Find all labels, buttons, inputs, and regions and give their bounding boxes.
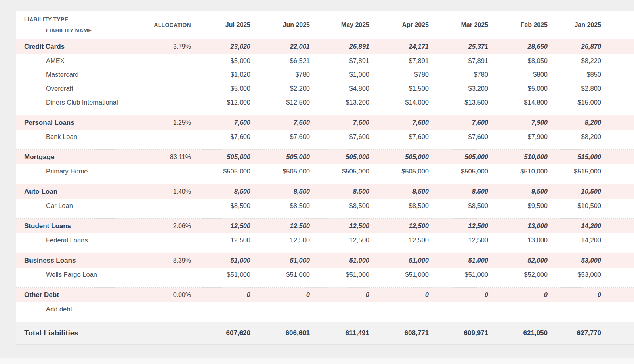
item-value-cell[interactable]: $8,050 — [490, 57, 549, 65]
month-header: Jan 2025 — [549, 21, 634, 29]
category-total-cell: 505,000 — [371, 153, 430, 161]
item-value-cell[interactable]: $8,220 — [549, 57, 634, 65]
item-value-cell[interactable]: $7,600 — [430, 133, 490, 141]
month-header: Mar 2025 — [430, 21, 490, 29]
category-name: Auto Loan — [24, 188, 57, 196]
category-row: Other Debt 0.00% 0000000 — [16, 288, 634, 302]
item-value-cell[interactable]: $800 — [490, 71, 549, 78]
item-value-cell[interactable]: $51,000 — [311, 271, 371, 278]
item-value-cell[interactable]: $9,500 — [490, 202, 549, 210]
item-value-cell[interactable]: $1,020 — [193, 71, 252, 78]
item-value-cell[interactable]: 12,500 — [311, 236, 371, 244]
category-name: Personal Loans — [24, 119, 74, 127]
table-header: LIABILITY TYPE LIABILITY NAME ALLOCATION… — [16, 11, 634, 39]
item-value-cell[interactable]: $13,500 — [430, 99, 490, 106]
item-value-cell[interactable]: 14,200 — [549, 236, 634, 244]
item-value-cell[interactable]: $8,500 — [371, 202, 430, 210]
category-total-cell: 0 — [549, 291, 634, 299]
item-value-cell[interactable]: $14,800 — [490, 99, 549, 106]
header-first-column: LIABILITY TYPE LIABILITY NAME ALLOCATION — [16, 11, 193, 39]
item-value-cell[interactable]: 12,500 — [252, 236, 311, 244]
category-total-cell: 23,020 — [193, 43, 252, 50]
item-name[interactable]: Primary Home — [46, 168, 88, 175]
item-value-cell[interactable]: $10,500 — [549, 202, 634, 210]
item-value-cell[interactable]: $8,500 — [430, 202, 490, 210]
item-value-cell[interactable]: $53,000 — [549, 271, 634, 278]
item-name[interactable]: Overdraft — [46, 85, 73, 92]
item-name-cell: Overdraft — [16, 85, 193, 92]
category-total-cell: 8,500 — [252, 188, 311, 195]
item-name[interactable]: Mastercard — [46, 71, 79, 78]
item-value-cell[interactable]: $780 — [252, 71, 311, 78]
item-value-cell[interactable]: $7,900 — [490, 133, 549, 141]
item-value-cell[interactable]: $51,000 — [193, 271, 252, 278]
item-value-cell[interactable]: 12,500 — [430, 236, 490, 244]
item-value-cell[interactable]: $5,000 — [193, 85, 252, 92]
item-row: Primary Home $505,000$505,000$505,000$50… — [16, 164, 634, 178]
item-value-cell[interactable]: $2,800 — [549, 85, 634, 92]
liability-group: Credit Cards 3.79% 23,02022,00126,89124,… — [16, 39, 634, 115]
item-value-cell[interactable]: $51,000 — [430, 271, 490, 278]
add-debt-label[interactable]: Add debt.. — [46, 305, 76, 313]
item-name[interactable]: Wells Fargo Loan — [46, 271, 97, 278]
item-name[interactable]: Diners Club International — [46, 99, 118, 106]
category-total-cell: 510,000 — [490, 153, 549, 161]
item-value-cell[interactable]: $5,000 — [193, 57, 252, 65]
item-value-cell[interactable]: $8,200 — [549, 133, 634, 141]
item-value-cell[interactable]: 12,500 — [371, 236, 430, 244]
item-value-cell[interactable]: $505,000 — [252, 168, 311, 175]
item-value-cell[interactable]: $4,800 — [311, 85, 371, 92]
item-value-cell[interactable]: $780 — [371, 71, 430, 78]
item-value-cell[interactable]: $505,000 — [430, 168, 490, 175]
item-value-cell[interactable]: $505,000 — [371, 168, 430, 175]
item-value-cell[interactable]: $8,500 — [311, 202, 371, 210]
item-name[interactable]: Bank Loan — [46, 133, 77, 140]
item-value-cell[interactable]: $780 — [430, 71, 490, 78]
category-total-cell: 505,000 — [430, 153, 490, 161]
item-value-cell[interactable]: $2,200 — [252, 85, 311, 92]
item-value-cell[interactable]: $7,600 — [252, 133, 311, 141]
item-value-cell[interactable]: $7,891 — [311, 57, 371, 65]
item-value-cell[interactable]: $515,000 — [549, 168, 634, 175]
category-total-cell: 10,500 — [549, 188, 634, 195]
item-value-cell[interactable]: $51,000 — [252, 271, 311, 278]
category-total-cell: 0 — [371, 291, 430, 299]
item-value-cell[interactable]: $6,521 — [252, 57, 311, 65]
item-value-cell[interactable]: $14,000 — [371, 99, 430, 106]
item-name[interactable]: AMEX — [46, 57, 65, 64]
item-value-cell[interactable]: $7,600 — [371, 133, 430, 141]
item-row: Mastercard $1,020$780$1,000$780$780$800$… — [16, 68, 634, 82]
item-name[interactable]: Car Loan — [46, 202, 73, 209]
item-value-cell[interactable]: $7,600 — [311, 133, 371, 141]
item-value-cell[interactable]: $8,500 — [193, 202, 252, 210]
category-first-cell: Business Loans 8.39% — [16, 253, 193, 268]
item-value-cell[interactable]: $850 — [549, 71, 634, 78]
item-value-cell[interactable]: $8,500 — [252, 202, 311, 210]
item-value-cell[interactable]: $5,000 — [490, 85, 549, 92]
category-row: Personal Loans 1.25% 7,6007,6007,6007,60… — [16, 115, 634, 130]
item-value-cell[interactable]: $7,600 — [193, 133, 252, 141]
item-value-cell[interactable]: $12,500 — [252, 99, 311, 106]
item-row: Car Loan $8,500$8,500$8,500$8,500$8,500$… — [16, 199, 634, 213]
item-value-cell[interactable]: 13,000 — [490, 236, 549, 244]
total-label: Total Liabilities — [24, 329, 78, 337]
item-value-cell[interactable]: $52,000 — [490, 271, 549, 278]
item-value-cell[interactable]: $7,891 — [430, 57, 490, 65]
item-value-cell[interactable]: $7,891 — [371, 57, 430, 65]
add-debt-row[interactable]: Add debt.. — [16, 302, 634, 316]
item-value-cell[interactable]: 12,500 — [193, 236, 252, 244]
item-value-cell[interactable]: $13,200 — [311, 99, 371, 106]
category-items: Bank Loan $7,600$7,600$7,600$7,600$7,600… — [16, 130, 634, 149]
month-header: Jul 2025 — [193, 21, 252, 29]
item-value-cell[interactable]: $505,000 — [193, 168, 252, 175]
item-value-cell[interactable]: $1,500 — [371, 85, 430, 92]
item-value-cell[interactable]: $510,000 — [490, 168, 549, 175]
item-value-cell[interactable]: $15,000 — [549, 99, 634, 106]
item-value-cell[interactable]: $51,000 — [371, 271, 430, 278]
category-name: Credit Cards — [24, 43, 65, 51]
item-value-cell[interactable]: $1,000 — [311, 71, 371, 78]
item-value-cell[interactable]: $505,000 — [311, 168, 371, 175]
item-value-cell[interactable]: $12,000 — [193, 99, 252, 106]
item-name[interactable]: Federal Loans — [46, 236, 88, 244]
item-value-cell[interactable]: $3,200 — [430, 85, 490, 92]
